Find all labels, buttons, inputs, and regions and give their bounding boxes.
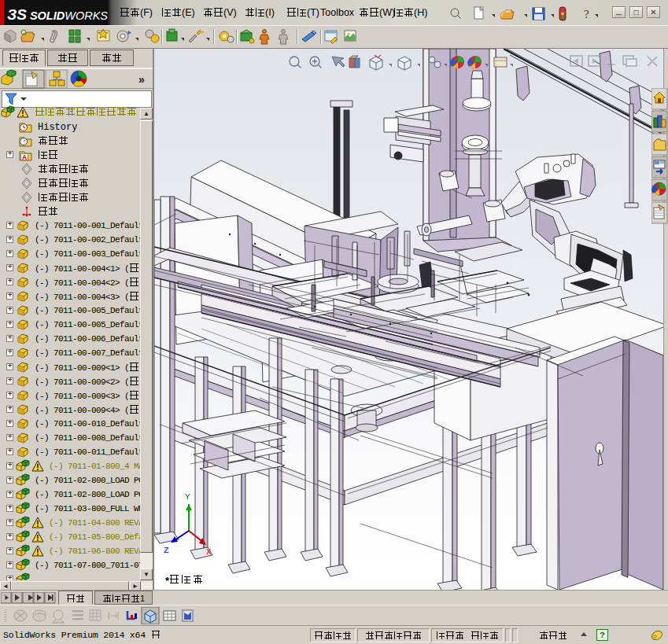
svg-text:?: ? (584, 8, 589, 20)
svg-text:X: X (206, 547, 212, 557)
svg-text:Y: Y (185, 492, 190, 502)
svg-text:Z: Z (164, 546, 169, 555)
